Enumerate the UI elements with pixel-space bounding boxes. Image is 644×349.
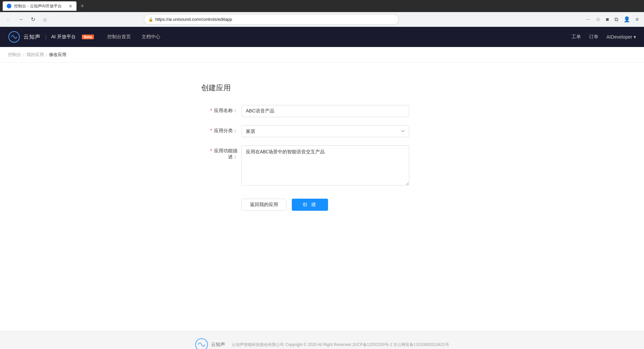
back-to-apps-button[interactable]: 返回我的应用 (241, 199, 286, 211)
required-indicator: * (210, 108, 212, 113)
app-description-label: * 应用功能描述： (201, 145, 241, 160)
logo-text: 云知声 (23, 34, 41, 41)
user-name: AIDeveloper (606, 34, 632, 40)
form-actions: 返回我的应用 创 建 (201, 199, 443, 211)
tab-favicon (7, 4, 11, 8)
url-display: https://ai.unisound.com/controls/editapp (155, 17, 394, 22)
form-container: 创建应用 * 应用名称： * 应用分类： 家居 汽车 穿戴 手机 (188, 76, 456, 217)
app-category-row: * 应用分类： 家居 汽车 穿戴 手机 其他 (201, 125, 443, 137)
footer-logo: 云知声 (195, 338, 225, 349)
browser-actions: ··· ☆ ■ ⧉ 👤 ≡ (585, 15, 640, 24)
required-indicator-3: * (210, 148, 212, 153)
footer-logo-icon (195, 338, 208, 349)
user-menu[interactable]: AIDeveloper ▾ (606, 34, 636, 40)
reload-button[interactable]: ↻ (28, 15, 38, 24)
app-category-control: 家居 汽车 穿戴 手机 其他 (241, 125, 409, 137)
main-content: 创建应用 * 应用名称： * 应用分类： 家居 汽车 穿戴 手机 (0, 63, 644, 331)
address-bar[interactable]: 🔒 https://ai.unisound.com/controls/edita… (144, 14, 399, 25)
app-description-textarea[interactable]: 应用在ABC场景中的智能语音交互产品 (241, 145, 409, 186)
footer-copyright: 云知声智能科技股份有限公司 Copyright © 2020 All Right… (232, 342, 449, 348)
app-name-control (241, 105, 409, 117)
more-options-icon[interactable]: ··· (585, 15, 592, 24)
home-button[interactable]: ⌂ (40, 15, 50, 24)
app-logo: 云知声 | AI 开放平台 Beta (8, 31, 94, 43)
logo-divider: | (45, 34, 47, 40)
app-description-row: * 应用功能描述： 应用在ABC场景中的智能语音交互产品 (201, 145, 443, 187)
tab-close-button[interactable]: ✕ (69, 4, 72, 9)
browser-chrome: 控制台 - 云知声AI开放平台 ✕ + (0, 0, 644, 12)
browser-tab[interactable]: 控制台 - 云知声AI开放平台 ✕ (3, 1, 76, 11)
extensions-icon[interactable]: ■ (604, 15, 610, 24)
tab-grid-icon[interactable]: ⧉ (613, 15, 620, 24)
app-name-row: * 应用名称： (201, 105, 443, 117)
security-icon: 🔒 (148, 17, 153, 22)
form-title: 创建应用 (201, 83, 443, 93)
app-category-label: * 应用分类： (201, 125, 241, 134)
svg-point-1 (196, 339, 208, 349)
chevron-down-icon: ▾ (634, 34, 636, 40)
required-indicator-2: * (210, 128, 212, 133)
app-navbar: 云知声 | AI 开放平台 Beta 控制台首页 文档中心 工单 订单 AIDe… (0, 27, 644, 47)
new-tab-button[interactable]: + (78, 3, 86, 10)
nav-docs-link[interactable]: 文档中心 (142, 34, 160, 40)
forward-button[interactable]: → (16, 15, 25, 24)
app-name-label: * 应用名称： (201, 105, 241, 114)
app-category-select[interactable]: 家居 汽车 穿戴 手机 其他 (241, 125, 409, 137)
app-description-control: 应用在ABC场景中的智能语音交互产品 (241, 145, 409, 187)
breadcrumb-sep-1: / (23, 52, 24, 57)
bookmark-icon[interactable]: ☆ (594, 15, 602, 24)
menu-icon[interactable]: ≡ (634, 15, 640, 24)
order-link[interactable]: 订单 (589, 34, 598, 40)
breadcrumb: 控制台 / 我的应用 / 修改应用 (0, 47, 644, 63)
breadcrumb-myapps[interactable]: 我的应用 (26, 52, 44, 58)
workorder-link[interactable]: 工单 (572, 34, 581, 40)
footer-logo-text: 云知声 (211, 342, 225, 348)
logo-icon (8, 31, 20, 43)
logo-subtitle: AI 开放平台 (51, 34, 76, 40)
beta-badge: Beta (82, 35, 94, 39)
breadcrumb-sep-2: / (46, 52, 47, 57)
footer: 云知声 云知声智能科技股份有限公司 Copyright © 2020 All R… (0, 331, 644, 349)
app-name-input[interactable] (241, 105, 409, 117)
breadcrumb-console[interactable]: 控制台 (8, 52, 21, 58)
nav-links: 控制台首页 文档中心 (107, 34, 160, 40)
profile-icon[interactable]: 👤 (622, 15, 632, 24)
breadcrumb-current: 修改应用 (49, 52, 66, 58)
nav-right: 工单 订单 AIDeveloper ▾ (572, 34, 636, 40)
tab-title: 控制台 - 云知声AI开放平台 (14, 3, 62, 9)
nav-console-link[interactable]: 控制台首页 (107, 34, 131, 40)
browser-toolbar: ← → ↻ ⌂ 🔒 https://ai.unisound.com/contro… (0, 12, 644, 27)
back-button[interactable]: ← (4, 15, 13, 24)
create-button[interactable]: 创 建 (292, 199, 328, 211)
